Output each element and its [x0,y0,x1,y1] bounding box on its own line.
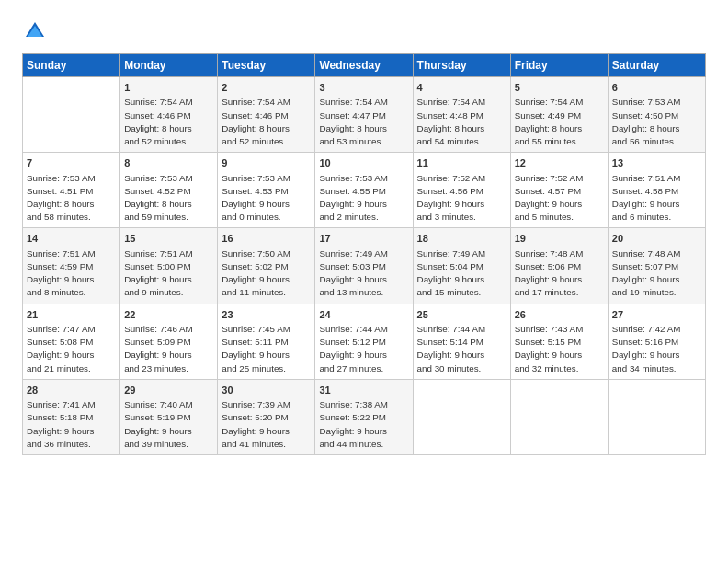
day-number: 18 [417,232,506,246]
day-cell [413,379,510,454]
day-info: Sunrise: 7:52 AMSunset: 4:56 PMDaylight:… [417,172,506,224]
day-info: Sunrise: 7:39 AMSunset: 5:20 PMDaylight:… [222,398,311,451]
header [22,18,706,44]
calendar-body: 1Sunrise: 7:54 AMSunset: 4:46 PMDaylight… [23,77,706,455]
day-cell: 6Sunrise: 7:53 AMSunset: 4:50 PMDaylight… [608,77,705,153]
day-number: 15 [124,232,213,246]
day-cell: 19Sunrise: 7:48 AMSunset: 5:06 PMDayligh… [510,228,608,304]
day-cell: 11Sunrise: 7:52 AMSunset: 4:56 PMDayligh… [413,153,510,228]
day-cell: 12Sunrise: 7:52 AMSunset: 4:57 PMDayligh… [510,153,608,228]
day-cell: 13Sunrise: 7:51 AMSunset: 4:58 PMDayligh… [608,153,705,228]
day-info: Sunrise: 7:46 AMSunset: 5:09 PMDaylight:… [124,323,213,375]
day-number: 5 [515,81,604,95]
page: SundayMondayTuesdayWednesdayThursdayFrid… [0,0,728,563]
day-number: 23 [222,308,311,322]
header-row: SundayMondayTuesdayWednesdayThursdayFrid… [23,54,706,77]
logo [22,18,51,44]
day-number: 16 [222,232,311,246]
day-cell: 3Sunrise: 7:54 AMSunset: 4:47 PMDaylight… [315,77,413,153]
day-info: Sunrise: 7:43 AMSunset: 5:15 PMDaylight:… [515,323,604,375]
day-info: Sunrise: 7:48 AMSunset: 5:07 PMDaylight:… [612,247,701,300]
day-number: 10 [319,156,408,170]
day-info: Sunrise: 7:52 AMSunset: 4:57 PMDaylight:… [515,172,604,224]
day-cell: 30Sunrise: 7:39 AMSunset: 5:20 PMDayligh… [218,379,315,454]
day-cell: 15Sunrise: 7:51 AMSunset: 5:00 PMDayligh… [120,228,218,304]
day-info: Sunrise: 7:41 AMSunset: 5:18 PMDaylight:… [27,398,116,451]
header-day-wednesday: Wednesday [315,54,413,77]
day-number: 2 [222,81,311,95]
day-number: 4 [417,81,506,95]
week-row-0: 1Sunrise: 7:54 AMSunset: 4:46 PMDaylight… [23,77,706,153]
day-number: 25 [417,308,506,322]
day-number: 26 [515,308,604,322]
day-number: 11 [417,156,506,170]
day-info: Sunrise: 7:49 AMSunset: 5:04 PMDaylight:… [417,247,506,300]
calendar-header: SundayMondayTuesdayWednesdayThursdayFrid… [23,54,706,77]
day-cell: 16Sunrise: 7:50 AMSunset: 5:02 PMDayligh… [218,228,315,304]
week-row-2: 14Sunrise: 7:51 AMSunset: 4:59 PMDayligh… [23,228,706,304]
day-cell: 23Sunrise: 7:45 AMSunset: 5:11 PMDayligh… [218,304,315,379]
day-cell: 27Sunrise: 7:42 AMSunset: 5:16 PMDayligh… [608,304,705,379]
calendar-table: SundayMondayTuesdayWednesdayThursdayFrid… [22,53,706,455]
logo-icon [22,18,48,44]
day-number: 22 [124,308,213,322]
day-number: 20 [612,232,701,246]
day-number: 1 [124,81,213,95]
day-info: Sunrise: 7:54 AMSunset: 4:47 PMDaylight:… [319,96,408,148]
day-info: Sunrise: 7:53 AMSunset: 4:55 PMDaylight:… [319,172,408,224]
day-info: Sunrise: 7:51 AMSunset: 4:58 PMDaylight:… [612,172,701,224]
day-cell: 5Sunrise: 7:54 AMSunset: 4:49 PMDaylight… [510,77,608,153]
day-cell: 7Sunrise: 7:53 AMSunset: 4:51 PMDaylight… [23,153,120,228]
day-cell: 20Sunrise: 7:48 AMSunset: 5:07 PMDayligh… [608,228,705,304]
day-info: Sunrise: 7:51 AMSunset: 5:00 PMDaylight:… [124,247,213,300]
day-cell: 10Sunrise: 7:53 AMSunset: 4:55 PMDayligh… [315,153,413,228]
day-info: Sunrise: 7:40 AMSunset: 5:19 PMDaylight:… [124,398,213,451]
day-info: Sunrise: 7:49 AMSunset: 5:03 PMDaylight:… [319,247,408,300]
header-day-sunday: Sunday [23,54,120,77]
day-info: Sunrise: 7:54 AMSunset: 4:48 PMDaylight:… [417,96,506,148]
day-cell: 1Sunrise: 7:54 AMSunset: 4:46 PMDaylight… [120,77,218,153]
day-info: Sunrise: 7:54 AMSunset: 4:46 PMDaylight:… [124,96,213,148]
day-number: 8 [124,156,213,170]
day-info: Sunrise: 7:54 AMSunset: 4:46 PMDaylight:… [222,96,311,148]
day-cell: 31Sunrise: 7:38 AMSunset: 5:22 PMDayligh… [315,379,413,454]
day-cell [608,379,705,454]
week-row-3: 21Sunrise: 7:47 AMSunset: 5:08 PMDayligh… [23,304,706,379]
day-cell [510,379,608,454]
day-info: Sunrise: 7:53 AMSunset: 4:51 PMDaylight:… [27,172,116,224]
day-cell: 17Sunrise: 7:49 AMSunset: 5:03 PMDayligh… [315,228,413,304]
header-day-saturday: Saturday [608,54,705,77]
week-row-4: 28Sunrise: 7:41 AMSunset: 5:18 PMDayligh… [23,379,706,454]
day-number: 28 [27,384,116,397]
day-info: Sunrise: 7:54 AMSunset: 4:49 PMDaylight:… [515,96,604,148]
header-day-monday: Monday [120,54,218,77]
day-cell: 24Sunrise: 7:44 AMSunset: 5:12 PMDayligh… [315,304,413,379]
day-info: Sunrise: 7:38 AMSunset: 5:22 PMDaylight:… [319,398,408,451]
day-cell: 18Sunrise: 7:49 AMSunset: 5:04 PMDayligh… [413,228,510,304]
day-number: 14 [27,232,116,246]
day-cell: 9Sunrise: 7:53 AMSunset: 4:53 PMDaylight… [218,153,315,228]
day-info: Sunrise: 7:47 AMSunset: 5:08 PMDaylight:… [27,323,116,375]
day-cell: 8Sunrise: 7:53 AMSunset: 4:52 PMDaylight… [120,153,218,228]
day-cell: 4Sunrise: 7:54 AMSunset: 4:48 PMDaylight… [413,77,510,153]
day-number: 27 [612,308,701,322]
day-info: Sunrise: 7:53 AMSunset: 4:50 PMDaylight:… [612,96,701,148]
day-cell: 2Sunrise: 7:54 AMSunset: 4:46 PMDaylight… [218,77,315,153]
day-cell: 26Sunrise: 7:43 AMSunset: 5:15 PMDayligh… [510,304,608,379]
day-number: 6 [612,81,701,95]
day-cell: 28Sunrise: 7:41 AMSunset: 5:18 PMDayligh… [23,379,120,454]
day-info: Sunrise: 7:53 AMSunset: 4:53 PMDaylight:… [222,172,311,224]
day-number: 31 [319,384,408,397]
day-number: 30 [222,384,311,397]
day-number: 13 [612,156,701,170]
day-info: Sunrise: 7:50 AMSunset: 5:02 PMDaylight:… [222,247,311,300]
day-info: Sunrise: 7:53 AMSunset: 4:52 PMDaylight:… [124,172,213,224]
header-day-friday: Friday [510,54,608,77]
day-info: Sunrise: 7:44 AMSunset: 5:14 PMDaylight:… [417,323,506,375]
day-number: 21 [27,308,116,322]
day-info: Sunrise: 7:44 AMSunset: 5:12 PMDaylight:… [319,323,408,375]
day-number: 17 [319,232,408,246]
day-number: 9 [222,156,311,170]
day-info: Sunrise: 7:42 AMSunset: 5:16 PMDaylight:… [612,323,701,375]
day-number: 24 [319,308,408,322]
